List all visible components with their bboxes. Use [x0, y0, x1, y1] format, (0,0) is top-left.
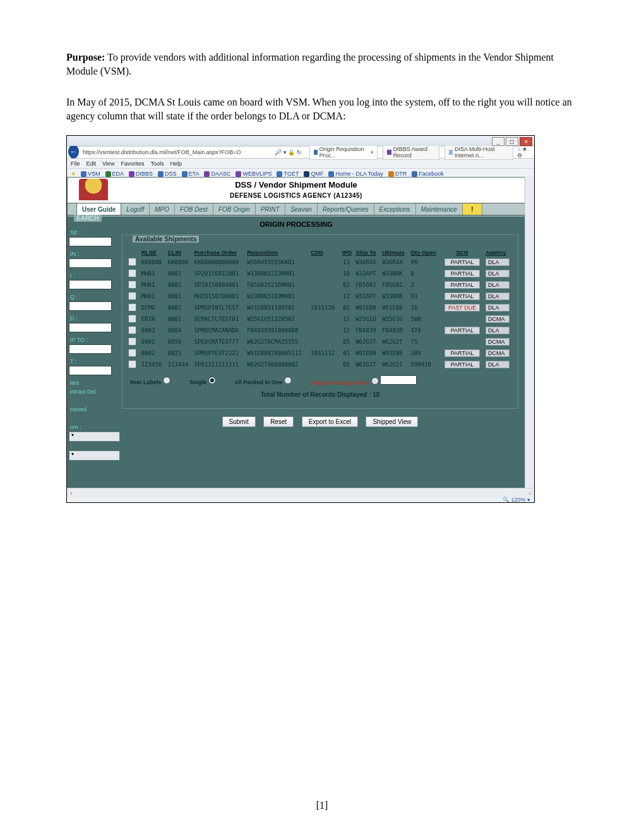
col-req[interactable]: Requisition — [245, 249, 309, 257]
menu-tools[interactable]: Tools — [150, 160, 164, 167]
shipped-view-button[interactable]: Shipped View — [366, 416, 418, 427]
side-input-t[interactable] — [69, 366, 112, 375]
tab-user-guide[interactable]: User Guide — [76, 203, 121, 215]
export-excel-button[interactable]: Export to Excel — [302, 416, 358, 427]
row-checkbox[interactable] — [128, 281, 136, 289]
fav-eda[interactable]: EDA — [105, 171, 124, 177]
col-po[interactable]: Purchase Order — [193, 249, 245, 257]
agency-badge: DLA — [486, 304, 510, 311]
tab-print[interactable]: PRINT — [256, 203, 285, 215]
fav-tget[interactable]: TGET — [277, 171, 299, 177]
opt-allpacked-label: All Packed In One — [235, 379, 283, 385]
col-ultimate[interactable]: Ultimate — [380, 249, 408, 257]
col-ipd[interactable]: IPD — [339, 249, 354, 257]
scroll-left-arrow[interactable]: ‹ — [67, 489, 76, 498]
menu-favorites[interactable]: Favorites — [121, 160, 144, 167]
side-input-q[interactable] — [69, 301, 112, 311]
menu-edit[interactable]: Edit — [86, 160, 97, 167]
favorites-star-icon[interactable]: ★ — [71, 171, 76, 177]
maximize-button[interactable]: ▢ — [506, 137, 518, 146]
radio-single[interactable] — [208, 377, 216, 384]
menu-view[interactable]: View — [102, 160, 114, 167]
tab-mpo[interactable]: MPO — [150, 203, 175, 215]
side-input-d[interactable] — [69, 323, 112, 332]
fav-daasc[interactable]: DAASC — [204, 171, 230, 177]
row-checkbox[interactable] — [128, 326, 136, 334]
agency-badge: DCMA — [486, 338, 510, 346]
row-checkbox[interactable] — [128, 258, 136, 266]
scn-badge: PARTIAL — [444, 349, 480, 357]
back-button[interactable]: ← — [68, 145, 79, 159]
fav-vsm[interactable]: VSM — [81, 171, 100, 177]
tab-logoff[interactable]: Logoff — [121, 203, 150, 215]
tab-fob-dest[interactable]: FOB Dest — [175, 203, 213, 215]
scn-badge: PARTIAL — [444, 327, 480, 334]
fav-dss[interactable]: DSS — [158, 171, 177, 177]
col-scn[interactable]: SCN — [441, 249, 484, 257]
fav-webvlips[interactable]: WEBVLIPS — [236, 171, 271, 177]
search-refresh-icons[interactable]: 🔎 ▾ 🔒 ↻ — [272, 149, 304, 155]
fav-dtr[interactable]: DTR — [388, 171, 407, 177]
available-shipments-fieldset: Available Shipments RLSE CLIN Purchase O… — [122, 234, 518, 409]
zoom-indicator[interactable]: 🔍 120% ▾ — [503, 497, 530, 503]
app-banner: DSS / Vendor Shipment Module DEFENSE LOG… — [68, 178, 525, 203]
side-label: ites — [68, 378, 119, 387]
col-clin[interactable]: CLIN — [166, 249, 193, 257]
row-checkbox[interactable] — [128, 337, 136, 346]
fav-eta[interactable]: ETA — [182, 171, 200, 177]
opt-item-labels-label: Item Labels — [130, 379, 162, 385]
url-field[interactable]: https://vsmtest.distribution.dla.mil/net… — [83, 149, 272, 155]
tab-fob-origin[interactable]: FOB Origin — [213, 203, 256, 215]
browser-tab-disa[interactable]: DISA Multi-Host Internet A... — [444, 145, 514, 160]
tab-reports[interactable]: Reports/Queries — [318, 203, 374, 215]
col-cdd[interactable]: CDD — [309, 249, 339, 257]
row-checkbox[interactable] — [128, 292, 136, 300]
side-select-om[interactable]: ▾ — [69, 432, 120, 442]
table-row: DEMO0001SPMSPINTLTESTW91EB85119050I20151… — [126, 302, 514, 313]
agency-badge: DLA — [486, 293, 510, 300]
fav-dlatoday[interactable]: Home - DLA Today — [328, 171, 383, 177]
submit-button[interactable]: Submit — [222, 416, 256, 427]
tab-alert-icon[interactable]: ! — [463, 203, 482, 215]
table-row: 123456213444SP01111111111W62G2T000000002… — [126, 359, 514, 370]
row-checkbox[interactable] — [128, 360, 136, 368]
tab-seavan[interactable]: Seavan — [285, 203, 318, 215]
browser-toolbar-icons[interactable]: ⌂ ★ ⚙ — [513, 146, 534, 159]
side-label: : — [68, 442, 119, 450]
col-shipto[interactable]: Ship To — [354, 249, 380, 257]
side-input-ipto[interactable] — [69, 344, 112, 354]
col-agency[interactable]: Agency — [484, 249, 514, 257]
side-input-se[interactable] — [69, 237, 112, 246]
fav-dibbs[interactable]: DIBBS — [129, 171, 153, 177]
row-checkbox[interactable] — [128, 315, 136, 323]
row-checkbox[interactable] — [128, 303, 136, 311]
browser-chrome: _ ▢ ✕ ← https://vsmtest.distribution.dla… — [67, 136, 534, 179]
radio-item-labels[interactable] — [163, 377, 170, 384]
fav-qmf[interactable]: QMF — [304, 171, 323, 177]
radio-all-packed[interactable] — [284, 377, 292, 384]
radio-multiple-freight[interactable] — [371, 377, 379, 385]
menu-help[interactable]: Help — [170, 160, 182, 167]
col-qtyopen[interactable]: Qty Open — [409, 249, 441, 257]
menu-file[interactable]: File — [71, 160, 80, 167]
ie-menu-bar: File Edit View Favorites Tools Help — [67, 159, 534, 169]
minimize-button[interactable]: _ — [492, 137, 504, 146]
browser-tab-origin[interactable]: Origin Requisition Proc...× — [309, 145, 378, 160]
side-select-2[interactable]: ▾ — [69, 450, 120, 461]
pack-options-row: Item Labels Single All Packed In One Mul… — [126, 370, 514, 389]
row-checkbox[interactable] — [128, 269, 136, 277]
tab-exceptions[interactable]: Exceptions — [374, 203, 416, 215]
browser-tab-dibbs[interactable]: DIBBS Award Record — [383, 145, 439, 160]
vertical-scrollbar[interactable] — [525, 177, 534, 488]
col-rlse[interactable]: RLSE — [140, 249, 166, 257]
multi-freight-input[interactable] — [380, 375, 417, 385]
side-input-i[interactable] — [69, 280, 112, 289]
close-button[interactable]: ✕ — [520, 137, 532, 146]
fav-facebook[interactable]: Facebook — [412, 171, 444, 177]
reset-button[interactable]: Reset — [263, 416, 294, 427]
agency-badge: DLA — [486, 361, 510, 368]
row-checkbox[interactable] — [128, 349, 136, 357]
tab-maintenance[interactable]: Maintenance — [416, 203, 463, 215]
horizontal-scrollbar[interactable]: ‹ › — [67, 488, 534, 498]
side-input-in[interactable] — [69, 258, 112, 268]
